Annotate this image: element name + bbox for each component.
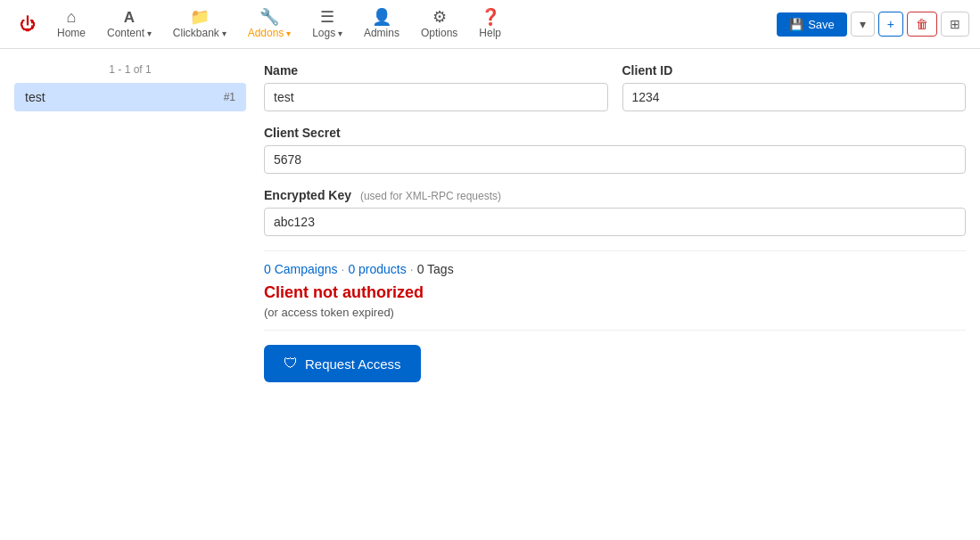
- nav-logs[interactable]: ☰ Logs: [303, 5, 351, 43]
- dropdown-button[interactable]: ▾: [851, 12, 875, 37]
- client-id-group: Client ID: [622, 63, 967, 111]
- shield-icon: 🛡: [284, 356, 298, 372]
- addons-icon: 🔧: [259, 9, 279, 25]
- toolbar-right: 💾 Save ▾ + 🗑 ⊞: [777, 12, 969, 37]
- logs-icon: ☰: [320, 9, 334, 25]
- stats-sep-1: ·: [342, 262, 345, 276]
- client-secret-group: Client Secret: [264, 126, 966, 174]
- request-access-button[interactable]: 🛡 Request Access: [264, 345, 421, 382]
- tags-label: 0 Tags: [417, 262, 454, 276]
- clickbank-icon: 📁: [190, 9, 210, 25]
- nav-home-label: Home: [57, 27, 86, 39]
- products-link[interactable]: 0 products: [348, 262, 406, 276]
- nav-clickbank-label: Clickbank: [173, 27, 226, 39]
- campaigns-link[interactable]: 0 Campaigns: [264, 262, 338, 276]
- error-title: Client not authorized: [264, 283, 966, 302]
- help-icon: ❓: [481, 9, 500, 25]
- nav-addons-label: Addons: [248, 27, 291, 39]
- home-icon: ⌂: [67, 9, 77, 25]
- encrypted-key-group: Encrypted Key (used for XML-RPC requests…: [264, 188, 966, 236]
- request-access-label: Request Access: [305, 356, 401, 372]
- client-id-label: Client ID: [622, 63, 967, 78]
- name-input[interactable]: [264, 83, 608, 111]
- grid-button[interactable]: ⊞: [941, 12, 969, 37]
- divider-2: [264, 330, 966, 331]
- nav-logs-label: Logs: [312, 27, 342, 39]
- nav-clickbank[interactable]: 📁 Clickbank: [164, 5, 235, 43]
- nav-addons[interactable]: 🔧 Addons: [239, 5, 300, 43]
- client-secret-label: Client Secret: [264, 126, 966, 140]
- nav-power[interactable]: ⏻: [11, 12, 45, 36]
- name-clientid-row: Name Client ID: [264, 63, 966, 111]
- divider-1: [264, 250, 966, 251]
- list-item-number: #1: [224, 91, 235, 103]
- add-button[interactable]: +: [878, 12, 903, 37]
- stats-row: 0 Campaigns · 0 products · 0 Tags: [264, 262, 966, 276]
- save-label: Save: [808, 18, 835, 31]
- nav-content-label: Content: [107, 27, 152, 39]
- name-group: Name: [264, 63, 608, 111]
- admins-icon: 👤: [372, 9, 391, 25]
- nav-admins[interactable]: 👤 Admins: [355, 5, 408, 43]
- encrypted-key-label: Encrypted Key (used for XML-RPC requests…: [264, 188, 966, 202]
- list-item[interactable]: test #1: [14, 83, 246, 111]
- encrypted-key-input[interactable]: [264, 208, 966, 236]
- main-content: 1 - 1 of 1 test #1 Name Client ID Client…: [0, 49, 980, 397]
- name-label: Name: [264, 63, 608, 78]
- pagination-label: 1 - 1 of 1: [14, 63, 246, 76]
- right-panel: Name Client ID Client Secret Encrypted K…: [264, 63, 966, 382]
- content-icon: A: [124, 10, 135, 25]
- encrypted-key-note: (used for XML-RPC requests): [360, 190, 501, 202]
- left-panel: 1 - 1 of 1 test #1: [14, 63, 246, 382]
- nav-admins-label: Admins: [364, 27, 399, 39]
- nav-options-label: Options: [421, 27, 457, 39]
- save-icon: 💾: [789, 18, 803, 31]
- list-item-label: test: [25, 90, 45, 104]
- nav-home[interactable]: ⌂ Home: [48, 5, 95, 43]
- nav-help[interactable]: ❓ Help: [470, 5, 510, 43]
- delete-button[interactable]: 🗑: [907, 12, 937, 37]
- power-icon: ⏻: [20, 16, 36, 32]
- top-nav: ⏻ ⌂ Home A Content 📁 Clickbank 🔧 Addons …: [0, 0, 980, 49]
- nav-content[interactable]: A Content: [98, 6, 161, 43]
- client-secret-input[interactable]: [264, 145, 966, 174]
- options-icon: ⚙: [432, 9, 447, 25]
- error-subtitle: (or access token expired): [264, 306, 966, 319]
- nav-options[interactable]: ⚙ Options: [412, 5, 466, 43]
- nav-help-label: Help: [479, 27, 501, 39]
- stats-sep-2: ·: [410, 262, 414, 276]
- client-id-input[interactable]: [622, 83, 967, 111]
- save-button[interactable]: 💾 Save: [777, 12, 847, 37]
